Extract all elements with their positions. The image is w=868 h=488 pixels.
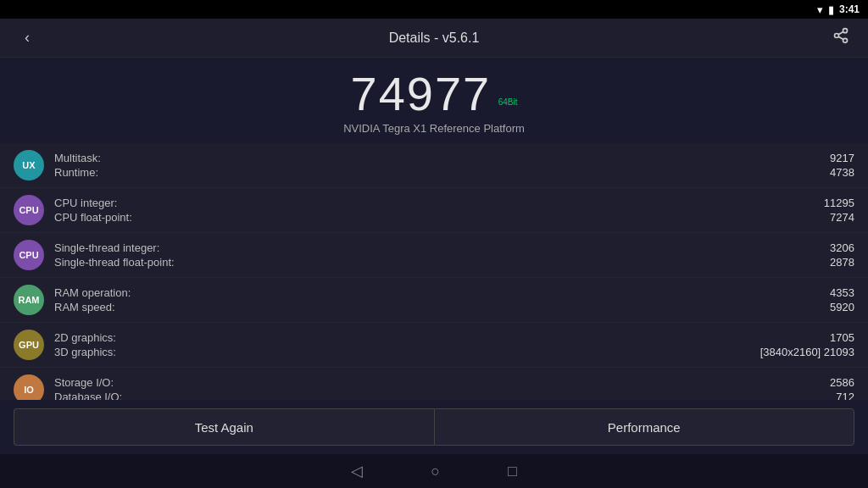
score-number: 74977 (351, 67, 492, 120)
status-bar: ▾ ▮ 3:41 (0, 0, 868, 19)
result-value: 3206 (830, 241, 854, 254)
result-values: 32062878 (830, 241, 854, 269)
result-values: 92174738 (830, 152, 854, 179)
result-label: Storage I/O: (54, 376, 830, 389)
svg-line-3 (838, 36, 843, 39)
result-row: RAMRAM operation:RAM speed:43535920 (0, 278, 868, 323)
wifi-icon: ▾ (817, 3, 823, 16)
result-label: 3D graphics: (54, 346, 760, 358)
result-label: CPU integer: (54, 197, 824, 209)
badge-ram-3: RAM (14, 285, 44, 315)
result-value: 5920 (830, 301, 854, 313)
result-labels: Single-thread integer:Single-thread floa… (54, 241, 830, 269)
result-value: 2586 (830, 376, 854, 389)
result-label: Single-thread integer: (54, 241, 830, 254)
battery-icon: ▮ (828, 3, 834, 16)
score-section: 74977 64Bit NVIDIA Tegra X1 Reference Pl… (0, 58, 868, 143)
share-button[interactable] (827, 25, 854, 52)
result-label: RAM speed: (54, 301, 830, 313)
result-value: [3840x2160] 21093 (760, 346, 854, 358)
badge-ux-0: UX (14, 150, 44, 180)
badge-cpu-1: CPU (14, 195, 44, 225)
result-labels: Multitask:Runtime: (54, 152, 830, 179)
result-label: RAM operation: (54, 286, 830, 299)
performance-button[interactable]: Performance (434, 408, 855, 446)
result-value: 4353 (830, 286, 854, 299)
device-name: NVIDIA Tegra X1 Reference Platform (0, 122, 868, 135)
bottom-buttons: Test Again Performance (0, 400, 868, 454)
svg-point-0 (843, 29, 848, 33)
status-icons: ▾ ▮ 3:41 (817, 3, 860, 16)
header: ‹ Details - v5.6.1 (0, 19, 868, 58)
back-icon: ‹ (25, 29, 30, 47)
svg-point-2 (843, 38, 848, 42)
score-64bit-label: 64Bit (498, 97, 518, 107)
header-title: Details - v5.6.1 (41, 30, 827, 46)
result-labels: 2D graphics:3D graphics: (54, 331, 760, 358)
back-button[interactable]: ‹ (14, 25, 41, 52)
result-values: 112957274 (824, 197, 854, 224)
svg-point-1 (835, 34, 839, 38)
result-label: Multitask: (54, 152, 830, 164)
result-value: 7274 (830, 211, 854, 224)
result-row: UXMultitask:Runtime:92174738 (0, 143, 868, 188)
test-again-button[interactable]: Test Again (14, 408, 434, 446)
result-labels: RAM operation:RAM speed: (54, 286, 830, 313)
result-value: 1705 (830, 331, 854, 344)
result-row: GPU2D graphics:3D graphics:1705[3840x216… (0, 323, 868, 368)
svg-line-4 (838, 31, 843, 34)
result-value: 9217 (830, 152, 854, 164)
nav-back-icon[interactable]: ◁ (351, 462, 363, 480)
badge-gpu-4: GPU (14, 330, 44, 360)
result-label: Runtime: (54, 166, 830, 179)
result-label: Single-thread float-point: (54, 256, 830, 269)
result-value: 4738 (830, 166, 854, 179)
result-row: CPUSingle-thread integer:Single-thread f… (0, 233, 868, 278)
score-wrapper: 74977 64Bit (351, 68, 518, 120)
share-icon (832, 27, 849, 48)
nav-recent-icon[interactable]: □ (508, 463, 517, 480)
time-display: 3:41 (839, 3, 860, 15)
result-row: CPUCPU integer:CPU float-point:112957274 (0, 188, 868, 233)
result-value: 11295 (824, 197, 854, 209)
result-values: 2586712 (830, 376, 854, 403)
result-label: CPU float-point: (54, 211, 824, 224)
badge-cpu-2: CPU (14, 240, 44, 270)
result-values: 43535920 (830, 286, 854, 313)
result-label: 2D graphics: (54, 331, 760, 344)
nav-home-icon[interactable]: ○ (431, 463, 440, 480)
results-container: UXMultitask:Runtime:92174738CPUCPU integ… (0, 143, 868, 412)
result-value: 2878 (830, 256, 854, 269)
result-values: 1705[3840x2160] 21093 (760, 331, 854, 358)
nav-bar: ◁ ○ □ (0, 454, 868, 488)
result-labels: Storage I/O:Database I/O: (54, 376, 830, 403)
result-labels: CPU integer:CPU float-point: (54, 197, 824, 224)
